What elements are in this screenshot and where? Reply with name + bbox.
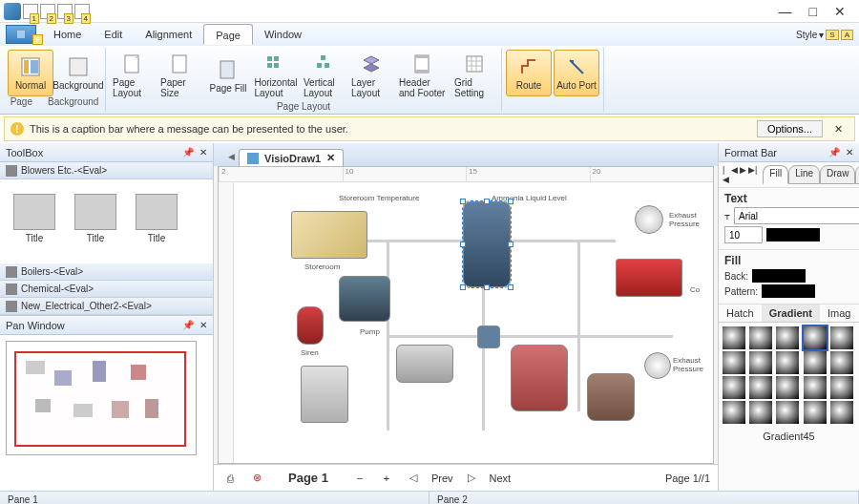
font-color-swatch[interactable] [766,228,820,242]
prev-label[interactable]: Prev [431,472,453,484]
panel-close-icon[interactable]: ✕ [199,147,207,158]
first-page-button[interactable]: ⎙ [221,470,239,487]
background-button[interactable]: Background [55,50,101,96]
style-dropdown[interactable]: Style▾ S A [796,30,859,40]
nav-first[interactable]: |◀ [723,165,729,184]
gradient-swatch[interactable] [776,326,799,349]
nav-last[interactable]: ▶| [748,165,757,184]
prev-page-button[interactable]: ◁ [405,470,422,487]
subtab-image[interactable]: Imag [820,304,858,322]
grid-setting-button[interactable]: Grid Setting [451,50,497,101]
layer-layout-button[interactable]: Layer Layout [348,50,394,101]
section-blowers[interactable]: Blowers Etc.-<Eval> [0,162,213,179]
menu-edit[interactable]: Edit [93,24,134,45]
section-chemical[interactable]: Chemical-<Eval> [0,281,213,298]
gradient-swatch[interactable] [830,326,853,349]
horiz-layout-button[interactable]: Horizontal Layout [253,50,299,101]
qat-btn-3[interactable]: 3 [57,4,73,19]
font-name-input[interactable] [734,207,859,224]
page-layout-button[interactable]: Page Layout [110,50,156,101]
gradient-swatch[interactable] [723,326,745,349]
siren-shape[interactable] [297,306,324,345]
vert-layout-button[interactable]: Vertical Layout [301,50,346,101]
gradient-swatch[interactable] [749,326,772,349]
zoom-out-button[interactable]: − [351,470,368,487]
pin-icon[interactable]: 📌 [182,147,194,158]
gradient-swatch[interactable] [830,401,853,424]
storeroom-shape[interactable] [291,211,367,259]
zoom-in-button[interactable]: + [378,470,395,487]
gradient-swatch[interactable] [776,351,799,374]
tank-shape[interactable] [463,201,511,287]
delete-page-button[interactable]: ⊗ [248,470,265,487]
tab-s[interactable]: S [855,165,859,184]
panel-close-icon[interactable]: ✕ [199,320,207,330]
caption-close-button[interactable]: ✕ [828,123,849,136]
vessel-shape[interactable] [511,345,568,411]
gradient-swatch[interactable] [804,326,827,349]
shape-tile[interactable]: Title [67,185,124,252]
minimize-button[interactable]: — [779,4,792,19]
canvas-area[interactable]: 2 10 15 20 Storeroom Temperature Storero… [218,166,714,464]
gauge-shape[interactable] [635,205,663,234]
route-button[interactable]: Route [506,50,552,96]
subtab-hatch[interactable]: Hatch [719,304,762,322]
gradient-swatch[interactable] [804,376,827,399]
nav-next[interactable]: ▶ [740,165,746,184]
tab-draw[interactable]: Draw [820,165,855,184]
gradient-swatch[interactable] [776,401,799,424]
next-label[interactable]: Next [490,472,512,484]
gradient-swatch[interactable] [804,351,827,374]
gradient-swatch[interactable] [830,376,853,399]
compressor-shape[interactable] [616,259,682,297]
gradient-swatch[interactable] [749,376,772,399]
section-boilers[interactable]: Boilers-<Eval> [0,263,213,281]
gradient-swatch[interactable] [749,401,772,424]
nav-prev[interactable]: ◀ [731,165,738,184]
header-footer-button[interactable]: Header and Footer [396,50,450,101]
tab-prev-arrow[interactable]: ◀ [223,147,239,166]
pin-icon[interactable]: 📌 [182,320,194,330]
gauge2-shape[interactable] [644,352,671,379]
options-button[interactable]: Options... [757,120,823,137]
gradient-swatch[interactable] [723,376,745,399]
shape-tile[interactable]: Title [128,185,185,252]
gradient-swatch[interactable] [776,376,799,399]
normal-button[interactable]: Normal [8,50,53,96]
menu-page[interactable]: Page [203,24,253,45]
font-size-input[interactable] [724,226,763,243]
tab-line[interactable]: Line [788,165,820,184]
gradient-swatch[interactable] [804,401,827,424]
pattern-swatch[interactable] [762,284,815,298]
gradient-swatch[interactable] [830,351,853,374]
gradient-swatch[interactable] [749,351,772,374]
app-icon[interactable] [4,3,21,20]
section-electrical[interactable]: New_Electrical_Other2-<Eval> [0,298,213,315]
blower-shape[interactable] [339,276,390,322]
page-fill-button[interactable]: Page Fill [205,50,251,101]
gradient-swatch[interactable] [723,401,745,424]
panel-close-icon[interactable]: ✕ [846,147,853,158]
document-tab[interactable]: VisioDraw1 ✕ [239,149,344,166]
tab-close-icon[interactable]: ✕ [326,152,335,164]
pipe[interactable] [387,335,673,338]
control-panel-shape[interactable] [301,366,348,423]
tank2-shape[interactable] [587,373,635,421]
file-menu-button[interactable]: F [6,25,36,44]
qat-btn-2[interactable]: 2 [40,4,55,19]
shape-tile[interactable]: Title [6,185,63,252]
pump-shape[interactable] [396,345,453,383]
tab-fill[interactable]: Fill [763,165,788,184]
drawing-surface[interactable]: Storeroom Temperature Storeroom Ammonia … [234,182,713,463]
next-page-button[interactable]: ▷ [463,470,480,487]
qat-btn-1[interactable]: 1 [23,4,38,19]
menu-window[interactable]: Window [253,24,313,45]
pin-icon[interactable]: 📌 [828,147,840,158]
back-color-swatch[interactable] [752,269,806,283]
subtab-gradient[interactable]: Gradient [762,304,820,322]
close-button[interactable]: ✕ [834,4,846,19]
menu-alignment[interactable]: Alignment [134,24,203,45]
auto-port-button[interactable]: Auto Port [554,50,599,96]
gradient-swatch[interactable] [723,351,745,374]
valve-shape[interactable] [477,326,500,348]
